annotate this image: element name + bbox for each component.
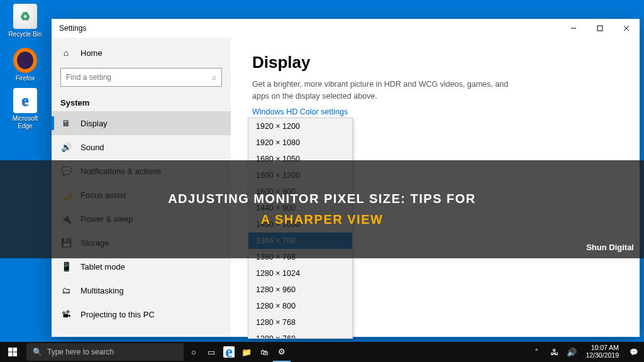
settings-search-input[interactable]: Find a setting ⌕ bbox=[60, 68, 222, 87]
sidebar-item-sound[interactable]: 🔊Sound bbox=[52, 135, 231, 159]
tray-chevron-icon[interactable]: ˄ bbox=[528, 342, 545, 362]
hd-color-settings-link[interactable]: Windows HD Color settings bbox=[252, 107, 348, 116]
recycle-bin-icon bbox=[13, 4, 37, 29]
search-placeholder: Find a setting bbox=[66, 73, 212, 82]
taskbar-search-placeholder: Type here to search bbox=[47, 348, 114, 356]
resolution-option[interactable]: 1920 × 1200 bbox=[248, 118, 352, 134]
taskbar-store-icon[interactable]: 🛍 bbox=[255, 342, 273, 362]
page-title: Display bbox=[252, 53, 618, 72]
tray-volume-icon[interactable]: 🔊 bbox=[563, 342, 580, 362]
resolution-option[interactable]: 1280 × 760 bbox=[248, 331, 352, 339]
headline-line2: A SHARPER VIEW bbox=[261, 212, 384, 227]
titlebar[interactable]: Settings bbox=[52, 19, 640, 38]
start-button[interactable] bbox=[0, 342, 25, 362]
svg-rect-6 bbox=[8, 352, 13, 356]
headline-line1: ADJUSTING MONITOR PIXEL SIZE: TIPS FOR bbox=[168, 192, 476, 206]
home-icon: ⌂ bbox=[60, 48, 72, 58]
sound-icon: 🔊 bbox=[60, 142, 72, 152]
resolution-option[interactable]: 1280 × 1024 bbox=[248, 265, 352, 282]
resolution-option[interactable]: 1280 × 960 bbox=[248, 282, 352, 298]
task-view-icon[interactable]: ▭ bbox=[203, 342, 220, 362]
sidebar-item-label: Tablet mode bbox=[80, 262, 125, 272]
tray-network-icon[interactable]: 🖧 bbox=[545, 342, 563, 362]
edge-icon bbox=[13, 88, 37, 113]
maximize-button[interactable] bbox=[587, 19, 613, 38]
desktop-icon-label: Firefox bbox=[6, 75, 44, 82]
taskbar-settings-icon[interactable]: ⚙ bbox=[273, 342, 291, 362]
taskbar-search-input[interactable]: 🔍 Type here to search bbox=[26, 343, 184, 361]
desktop-recycle-bin[interactable]: Recycle Bin bbox=[6, 4, 44, 38]
projecting-icon: 📽 bbox=[60, 309, 72, 319]
minimize-button[interactable] bbox=[560, 19, 587, 38]
resolution-option[interactable]: 1280 × 800 bbox=[248, 298, 352, 314]
taskbar: 🔍 Type here to search ○ ▭ 📁 🛍 ⚙ ˄ 🖧 🔊 10… bbox=[0, 342, 644, 362]
sidebar-item-projecting[interactable]: 📽Projecting to this PC bbox=[52, 302, 231, 326]
close-button[interactable] bbox=[613, 19, 640, 38]
search-icon: ⌕ bbox=[212, 73, 216, 82]
desktop-edge[interactable]: Microsoft Edge bbox=[6, 88, 44, 130]
svg-rect-1 bbox=[597, 26, 602, 31]
window-title: Settings bbox=[59, 24, 86, 33]
home-label: Home bbox=[80, 48, 103, 58]
hdr-description: Get a brighter, more vibrant picture in … bbox=[252, 79, 523, 102]
desktop-icon-label: Microsoft Edge bbox=[6, 115, 44, 130]
taskbar-edge-icon[interactable] bbox=[220, 342, 238, 362]
multitasking-icon: 🗂 bbox=[60, 285, 72, 295]
svg-rect-7 bbox=[13, 352, 17, 356]
brand-watermark: Shun Digital bbox=[586, 243, 634, 252]
svg-rect-4 bbox=[8, 348, 13, 352]
sidebar-item-multitasking[interactable]: 🗂Multitasking bbox=[52, 278, 231, 302]
sidebar-category: System bbox=[52, 93, 231, 111]
sidebar-item-label: Multitasking bbox=[80, 286, 124, 295]
resolution-option[interactable]: 1920 × 1080 bbox=[248, 134, 352, 151]
headline-overlay: ADJUSTING MONITOR PIXEL SIZE: TIPS FOR A… bbox=[0, 160, 644, 258]
desktop-icon-label: Recycle Bin bbox=[6, 31, 44, 38]
sidebar-item-label: Sound bbox=[80, 143, 104, 152]
taskbar-explorer-icon[interactable]: 📁 bbox=[238, 342, 255, 362]
cortana-icon[interactable]: ○ bbox=[185, 342, 203, 362]
action-center-icon[interactable]: 💬 bbox=[624, 348, 644, 356]
taskbar-clock[interactable]: 10:07 AM 12/30/2019 bbox=[580, 344, 624, 359]
sidebar-item-label: Display bbox=[80, 119, 108, 128]
resolution-option[interactable]: 1280 × 768 bbox=[248, 314, 352, 331]
desktop-firefox[interactable]: Firefox bbox=[6, 48, 44, 82]
tablet-mode-icon: 📱 bbox=[60, 261, 72, 272]
sidebar-item-display[interactable]: 🖥Display bbox=[52, 111, 231, 135]
svg-rect-5 bbox=[13, 348, 17, 352]
taskbar-date: 12/30/2019 bbox=[586, 352, 619, 359]
sidebar-item-label: Projecting to this PC bbox=[80, 310, 155, 319]
firefox-icon bbox=[13, 48, 37, 73]
home-button[interactable]: ⌂ Home bbox=[52, 41, 231, 64]
display-icon: 🖥 bbox=[60, 118, 72, 128]
search-icon: 🔍 bbox=[33, 348, 42, 356]
